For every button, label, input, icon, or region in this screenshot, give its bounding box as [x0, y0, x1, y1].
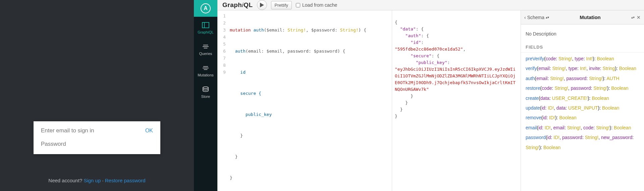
sidebar: A GraphiQL Queries Mutations Store	[194, 0, 217, 191]
email-field[interactable]	[41, 127, 145, 134]
database-icon	[202, 86, 209, 92]
sort-icon: ▴▾	[546, 15, 549, 19]
list-icon	[202, 44, 209, 50]
footer-sep: ·	[101, 178, 105, 183]
editors-row: 1 2 3 4 5 6 7 8 9 mutation auth($email: …	[218, 10, 644, 191]
svg-rect-0	[202, 22, 209, 28]
sidebar-item-graphiql[interactable]: GraphiQL	[194, 17, 217, 38]
execute-button[interactable]	[257, 0, 267, 10]
sidebar-item-store[interactable]: Store	[194, 81, 217, 103]
svg-point-8	[203, 87, 208, 88]
ok-button[interactable]: OK	[145, 128, 153, 134]
sidebar-item-label: Queries	[199, 52, 212, 56]
docs-field-row[interactable]: verify(email: String!, type: Int!, invit…	[526, 64, 639, 73]
load-cache-checkbox[interactable]	[296, 3, 300, 7]
docs-back-button[interactable]: ‹ Schema ▴▾	[524, 15, 549, 20]
toolbar: GraphiQL Prettify Load from cache	[218, 0, 644, 10]
restore-link[interactable]: Restore password	[105, 178, 146, 183]
docs-section-heading: FIELDS	[521, 40, 644, 53]
logo-letter: A	[201, 3, 211, 13]
sidebar-item-label: Store	[201, 94, 210, 99]
login-card: OK	[34, 121, 160, 154]
app-logo[interactable]: A	[194, 0, 217, 17]
signup-link[interactable]: Sign up	[84, 178, 101, 183]
query-editor[interactable]: 1 2 3 4 5 6 7 8 9 mutation auth($email: …	[218, 10, 392, 191]
load-cache-label: Load from cache	[302, 2, 337, 8]
app-title: GraphiQL	[222, 1, 253, 9]
docs-back-label: Schema	[527, 15, 544, 20]
login-panel: OK Need account? Sign up · Restore passw…	[0, 0, 194, 191]
query-gutter: 1 2 3 4 5 6 7 8 9	[218, 12, 228, 191]
list-icon	[202, 65, 209, 71]
close-icon[interactable]: ✕	[637, 15, 641, 20]
result-viewer[interactable]: { "data": { "auth": { "id": "595fdbe2cc8…	[392, 10, 521, 191]
docs-field-row[interactable]: create(data: USER_CREATE!): Boolean	[526, 93, 639, 103]
result-code: { "data": { "auth": { "id": "595fdbe2cc8…	[395, 12, 518, 191]
footer-text: Need account?	[48, 178, 84, 183]
docs-field-row[interactable]: email(id: ID!, email: String!, code: Str…	[526, 123, 639, 133]
chevron-left-icon: ‹	[524, 15, 526, 20]
prettify-button[interactable]: Prettify	[271, 1, 292, 9]
docs-header: ‹ Schema ▴▾ Mutation ▴▾ ✕	[521, 10, 644, 24]
docs-title: Mutation	[549, 14, 631, 20]
docs-field-row[interactable]: restore(code: String!, password: String!…	[526, 83, 639, 93]
svg-marker-9	[260, 3, 264, 7]
sidebar-item-queries[interactable]: Queries	[194, 38, 217, 60]
panel-icon	[202, 22, 209, 28]
query-column: 1 2 3 4 5 6 7 8 9 mutation auth($email: …	[218, 10, 392, 191]
docs-field-row[interactable]: preVerify(code: String!, type: Int!): Bo…	[526, 54, 639, 64]
sort-icon[interactable]: ▴▾	[631, 15, 635, 19]
docs-panel: ‹ Schema ▴▾ Mutation ▴▾ ✕ No Description…	[521, 10, 644, 191]
docs-field-row[interactable]: auth(email: String!, password: String!):…	[526, 74, 639, 83]
docs-fields-list: preVerify(code: String!, type: Int!): Bo…	[521, 53, 644, 154]
sidebar-item-label: GraphiQL	[198, 30, 214, 34]
sidebar-item-label: Mutations	[198, 73, 214, 77]
play-icon	[260, 3, 264, 7]
docs-description: No Description	[521, 24, 644, 40]
docs-field-row[interactable]: update(id: ID!, data: USER_INPUT): Boole…	[526, 103, 639, 113]
password-field[interactable]	[41, 141, 153, 147]
login-footer: Need account? Sign up · Restore password	[34, 178, 160, 183]
query-code[interactable]: mutation auth($email: String!, $password…	[228, 12, 392, 191]
load-cache-toggle[interactable]: Load from cache	[296, 2, 337, 8]
docs-field-row[interactable]: remove(id: ID!): Boolean	[526, 113, 639, 123]
sidebar-item-mutations[interactable]: Mutations	[194, 60, 217, 81]
docs-field-row[interactable]: password(id: ID!, password: String!, new…	[526, 133, 639, 152]
graphiql-main: GraphiQL Prettify Load from cache 1 2 3 …	[217, 0, 644, 191]
